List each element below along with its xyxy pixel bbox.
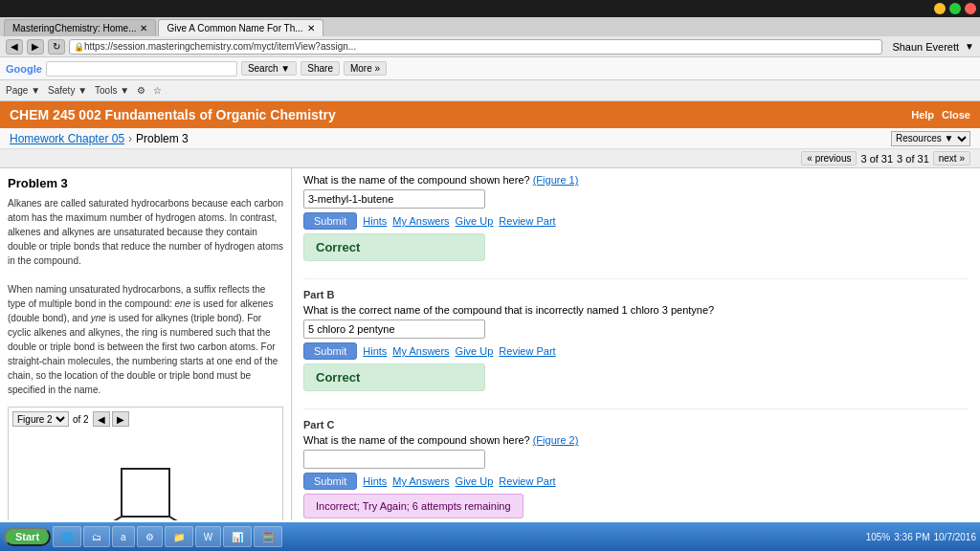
close-link[interactable]: Close bbox=[942, 109, 970, 121]
app-title: CHEM 245 002 Fundamentals of Organic Che… bbox=[10, 107, 336, 122]
part-a-answer-row bbox=[303, 189, 969, 209]
part-c-figure-link[interactable]: (Figure 2) bbox=[533, 434, 579, 446]
app-header: CHEM 245 002 Fundamentals of Organic Che… bbox=[0, 101, 980, 128]
taskbar-word[interactable]: W bbox=[195, 526, 221, 547]
part-a-section: What is the name of the compound shown h… bbox=[303, 174, 969, 279]
part-c-hints-button[interactable]: Hints bbox=[363, 475, 387, 487]
part-a-figure-link[interactable]: (Figure 1) bbox=[533, 174, 579, 186]
problem-text: Alkanes are called saturated hydrocarbon… bbox=[8, 196, 283, 397]
tab-close-icon[interactable]: ✕ bbox=[140, 23, 147, 33]
figure-prev-button[interactable]: ◀ bbox=[93, 411, 110, 427]
figure-next-button[interactable]: ▶ bbox=[112, 411, 129, 427]
share-button[interactable]: Share bbox=[301, 61, 340, 76]
zoom-level: 105% bbox=[866, 532, 891, 542]
part-b-review-part-button[interactable]: Review Part bbox=[499, 345, 555, 357]
tools-gear-icon[interactable]: ⚙ bbox=[137, 85, 145, 96]
page-indicator: 3 of 31 bbox=[860, 153, 893, 165]
svg-rect-0 bbox=[122, 469, 169, 517]
part-b-give-up-button[interactable]: Give Up bbox=[456, 345, 494, 357]
taskbar-chrome[interactable]: ⚙ bbox=[137, 526, 163, 547]
part-c-my-answers-button[interactable]: My Answers bbox=[392, 475, 449, 487]
close-btn[interactable] bbox=[965, 3, 976, 14]
part-b-submit-button[interactable]: Submit bbox=[303, 342, 357, 360]
tools-star-icon[interactable]: ☆ bbox=[153, 85, 162, 96]
tab-give-name[interactable]: Give A Common Name For Th... ✕ bbox=[158, 19, 323, 36]
maximize-btn[interactable] bbox=[949, 3, 961, 14]
part-c-section: Part C What is the name of the compound … bbox=[303, 419, 969, 520]
app-header-links: Help Close bbox=[911, 109, 970, 121]
next-btn[interactable]: next » bbox=[933, 151, 970, 165]
start-button[interactable]: Start bbox=[4, 527, 51, 546]
part-b-answer-row bbox=[303, 320, 969, 339]
reload-button[interactable]: ↻ bbox=[48, 39, 65, 55]
figure-nav-buttons: ◀ ▶ bbox=[93, 411, 129, 427]
part-b-my-answers-button[interactable]: My Answers bbox=[392, 345, 449, 357]
taskbar-files[interactable]: 📁 bbox=[165, 526, 193, 547]
taskbar-time: 3:36 PM bbox=[894, 532, 929, 542]
part-a-hint-row: Submit Hints My Answers Give Up Review P… bbox=[303, 212, 969, 230]
part-a-submit-button[interactable]: Submit bbox=[303, 212, 357, 230]
figure-nav-header: Figure 2 of 2 ◀ ▶ bbox=[12, 411, 278, 427]
breadcrumb-current: Problem 3 bbox=[136, 132, 189, 145]
tab-bar: MasteringChemistry: Home... ✕ Give A Com… bbox=[0, 17, 980, 36]
taskbar-folder[interactable]: 🗂 bbox=[83, 526, 110, 547]
part-b-hints-button[interactable]: Hints bbox=[363, 345, 387, 357]
right-panel: What is the name of the compound shown h… bbox=[292, 168, 980, 520]
taskbar-ie[interactable]: 🌐 bbox=[53, 526, 81, 547]
part-a-result: Correct bbox=[303, 233, 485, 261]
minimize-btn[interactable] bbox=[934, 3, 946, 14]
main-layout: Problem 3 Alkanes are called saturated h… bbox=[0, 168, 980, 520]
tools-page[interactable]: Page ▼ bbox=[6, 85, 40, 96]
user-label: Shaun Everett bbox=[892, 41, 959, 53]
taskbar-spreadsheet[interactable]: 📊 bbox=[223, 526, 252, 547]
left-panel: Problem 3 Alkanes are called saturated h… bbox=[0, 168, 292, 520]
part-c-submit-button[interactable]: Submit bbox=[303, 473, 357, 490]
svg-line-1 bbox=[98, 517, 122, 520]
tab-close-active-icon[interactable]: ✕ bbox=[307, 23, 315, 33]
part-b-result: Correct bbox=[303, 364, 485, 391]
tools-safety[interactable]: Safety ▼ bbox=[48, 85, 87, 96]
part-c-review-part-button[interactable]: Review Part bbox=[499, 475, 555, 487]
user-chevron-icon[interactable]: ▼ bbox=[965, 41, 974, 52]
address-bar[interactable]: 🔒 https://session.masteringchemistry.com… bbox=[69, 39, 882, 55]
figure-select[interactable]: Figure 2 bbox=[12, 411, 69, 427]
taskbar-calculator[interactable]: 🧮 bbox=[254, 526, 282, 547]
taskbar-right: 105% 3:36 PM 10/7/2016 bbox=[866, 532, 976, 542]
tools-tools[interactable]: Tools ▼ bbox=[95, 85, 129, 96]
figure-navigator: Figure 2 of 2 ◀ ▶ CH 3 bbox=[8, 407, 283, 520]
back-button[interactable]: ◀ bbox=[6, 39, 23, 55]
previous-btn[interactable]: « previous bbox=[801, 151, 857, 165]
part-b-hint-row: Submit Hints My Answers Give Up Review P… bbox=[303, 342, 969, 360]
part-a-input[interactable] bbox=[303, 189, 485, 209]
pagination-bar: « previous 3 of 31 3 of 31 next » bbox=[0, 149, 980, 168]
part-a-hints-button[interactable]: Hints bbox=[363, 215, 387, 227]
figure-of: of 2 bbox=[73, 414, 89, 425]
part-b-header: Part B bbox=[303, 289, 969, 300]
breadcrumb: Homework Chapter 05 › Problem 3 bbox=[10, 132, 189, 145]
part-a-my-answers-button[interactable]: My Answers bbox=[392, 215, 449, 227]
taskbar-date: 10/7/2016 bbox=[934, 532, 977, 542]
breadcrumb-row: Homework Chapter 05 › Problem 3 Resource… bbox=[0, 128, 980, 149]
taskbar-amazon[interactable]: a bbox=[112, 526, 135, 547]
part-c-input[interactable] bbox=[303, 450, 485, 469]
part-b-input[interactable] bbox=[303, 320, 485, 339]
title-bar bbox=[0, 0, 980, 17]
molecule-svg: CH 3 CH 3 bbox=[69, 440, 222, 520]
nav-bar: ◀ ▶ ↻ 🔒 https://session.masteringchemist… bbox=[0, 36, 980, 57]
tab-mastering[interactable]: MasteringChemistry: Home... ✕ bbox=[4, 19, 156, 36]
taskbar: Start 🌐 🗂 a ⚙ 📁 W 📊 🧮 105% 3:36 PM 10/7/… bbox=[0, 522, 980, 551]
help-link[interactable]: Help bbox=[911, 109, 934, 121]
problem-title: Problem 3 bbox=[8, 176, 283, 190]
resources-select[interactable]: Resources ▼ bbox=[891, 131, 970, 146]
part-c-question: What is the name of the compound shown h… bbox=[303, 434, 969, 446]
part-a-give-up-button[interactable]: Give Up bbox=[456, 215, 494, 227]
part-a-question: What is the name of the compound shown h… bbox=[303, 174, 969, 186]
breadcrumb-home[interactable]: Homework Chapter 05 bbox=[10, 132, 124, 145]
part-a-review-part-button[interactable]: Review Part bbox=[499, 215, 555, 227]
part-c-give-up-button[interactable]: Give Up bbox=[456, 475, 494, 487]
google-search-input[interactable] bbox=[46, 61, 237, 77]
forward-button[interactable]: ▶ bbox=[27, 39, 44, 55]
part-c-result: Incorrect; Try Again; 6 attempts remaini… bbox=[303, 494, 523, 518]
more-button[interactable]: More » bbox=[344, 61, 387, 76]
google-search-button[interactable]: Search ▼ bbox=[241, 61, 297, 76]
